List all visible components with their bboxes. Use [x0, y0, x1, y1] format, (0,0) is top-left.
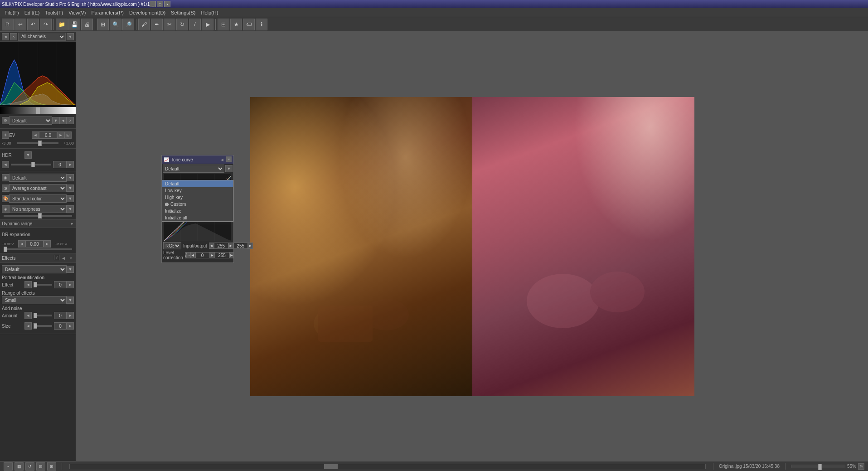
effects-close[interactable]: × [68, 255, 74, 261]
redo-button[interactable]: ↷ [40, 19, 52, 30]
open-button[interactable]: ↩ [15, 19, 26, 30]
sharp-track[interactable] [4, 215, 72, 217]
panel-pin[interactable]: ◄ [2, 33, 9, 40]
minimize-button[interactable]: _ [150, 1, 156, 7]
exposure-left[interactable]: ◄ [32, 131, 39, 139]
channels-dropdown[interactable]: All channels [18, 33, 66, 41]
menu-tools[interactable]: Tools(T) [42, 9, 66, 16]
tag-btn[interactable]: 🏷 [243, 19, 255, 30]
menu-help[interactable]: Help(H) [199, 9, 221, 16]
crop-btn[interactable]: ✂ [164, 19, 175, 30]
hdr-expand[interactable]: ▼ [24, 151, 32, 159]
color-expand[interactable]: ▼ [67, 195, 74, 202]
print-button[interactable]: 🖨 [81, 19, 93, 30]
exposure-thumb[interactable] [38, 141, 42, 146]
effect-track[interactable] [34, 284, 52, 286]
sharp-thumb[interactable] [38, 213, 42, 219]
sharpness-dropdown[interactable]: No sharpness [9, 205, 67, 213]
close-button[interactable]: × [164, 1, 170, 7]
maximize-button[interactable]: □ [157, 1, 163, 7]
tc-input-left[interactable]: ◄ [209, 243, 214, 249]
tc-preset-dropdown[interactable]: Default [163, 165, 224, 173]
tc-lv-mid[interactable]: ► [210, 252, 215, 258]
brush-btn[interactable]: 🖌 [138, 19, 150, 30]
panel-close[interactable]: × [10, 33, 17, 40]
hdr-input[interactable] [53, 161, 67, 168]
titlebar-controls[interactable]: _ □ × [150, 1, 170, 7]
size-thumb[interactable] [34, 323, 37, 329]
preset-icon[interactable]: ⚙ [2, 117, 9, 124]
menu-file[interactable]: File(F) [2, 9, 22, 16]
effects-pin[interactable]: ◄ [60, 255, 67, 261]
star-btn[interactable]: ★ [230, 19, 242, 30]
effect-thumb[interactable] [34, 282, 37, 287]
effects-check[interactable]: ✓ [54, 255, 59, 260]
hdr-right[interactable]: ► [67, 161, 74, 168]
tc-option-highkey[interactable]: High key [162, 194, 233, 201]
zoom-percent-btn[interactable]: % [858, 463, 864, 470]
sharp-icon[interactable]: ◈ [2, 205, 9, 213]
amount-thumb[interactable] [34, 313, 37, 318]
exposure-right[interactable]: ► [57, 131, 64, 139]
tc-option-default[interactable]: Default [162, 180, 233, 187]
preset-expand[interactable]: ▼ [52, 117, 59, 124]
tc-output-val[interactable] [233, 243, 248, 249]
zoom-out[interactable]: 🔎 [122, 19, 134, 30]
amount-left[interactable]: ◄ [24, 312, 32, 319]
hdr-track[interactable] [11, 164, 51, 165]
status-compare-btn[interactable]: ⊟ [36, 462, 45, 471]
film-dropdown[interactable]: Default [9, 174, 67, 182]
effect-right[interactable]: ► [67, 281, 74, 288]
line-btn[interactable]: / [189, 19, 201, 30]
tc-lv-right[interactable]: ► [229, 252, 234, 258]
tc-close[interactable]: × [226, 156, 232, 162]
dr-arrow[interactable]: ▼ [70, 222, 74, 226]
status-levels-btn[interactable]: ▦ [15, 462, 24, 471]
tc-lv-val1[interactable] [195, 252, 210, 258]
contrast-expand[interactable]: ▼ [67, 185, 74, 192]
info-btn[interactable]: ℹ [256, 19, 267, 30]
tc-lv-val2[interactable] [215, 252, 229, 258]
amount-right[interactable]: ► [67, 312, 74, 319]
hdr-left[interactable]: ◄ [2, 161, 9, 168]
range-expand[interactable]: ▼ [67, 296, 74, 304]
effects-dropdown[interactable]: Default [2, 265, 67, 273]
histogram-thumb[interactable] [36, 107, 40, 114]
amount-input[interactable] [54, 312, 67, 319]
color-icon[interactable]: 🎨 [2, 195, 9, 202]
rotate-btn[interactable]: ↻ [176, 19, 188, 30]
zoom-fit[interactable]: ⊞ [97, 19, 109, 30]
select-btn[interactable]: ▶ [202, 19, 213, 30]
status-history-btn[interactable]: ↺ [25, 462, 34, 471]
menu-development[interactable]: Development(D) [126, 9, 168, 16]
preset-close[interactable]: × [67, 117, 74, 124]
effects-expand[interactable]: ▼ [67, 266, 74, 273]
tc-option-initall[interactable]: Initialize all [162, 214, 233, 221]
contrast-icon[interactable]: ◑ [2, 185, 9, 192]
preset-dropdown[interactable]: Default [9, 117, 52, 125]
menu-edit[interactable]: Edit(E) [22, 9, 43, 16]
exposure-fit[interactable]: ⊞ [64, 131, 72, 139]
tc-option-initialize[interactable]: Initialize [162, 208, 233, 214]
color-dropdown[interactable]: Standard color [9, 194, 67, 203]
dr-left[interactable]: ◄ [18, 240, 25, 248]
folder-btn[interactable]: 📁 [56, 19, 68, 30]
tc-channel-select[interactable]: RGB [163, 242, 181, 249]
dr-thumb[interactable] [4, 247, 7, 252]
tc-output-right[interactable]: ► [248, 243, 253, 249]
compare-btn[interactable]: ⊟ [218, 19, 229, 30]
tc-pin[interactable]: ◄ [219, 156, 225, 163]
tc-lv-left[interactable]: ◄ [190, 252, 195, 258]
tc-option-lowkey[interactable]: Low key [162, 187, 233, 194]
dr-input[interactable] [25, 240, 44, 248]
sharp-expand[interactable]: ▼ [67, 205, 74, 213]
exposure-icon[interactable]: ☀ [2, 131, 9, 139]
new-button[interactable]: 🗋 [2, 19, 14, 30]
amount-track[interactable] [34, 315, 52, 316]
tc-curve-btn[interactable]: ~ [187, 252, 190, 258]
tc-input-val[interactable] [214, 243, 228, 249]
status-curve-btn[interactable]: ~ [4, 462, 13, 471]
picker-btn[interactable]: ✒ [151, 19, 163, 30]
exposure-track[interactable] [17, 142, 58, 144]
undo-button[interactable]: ↶ [27, 19, 39, 30]
